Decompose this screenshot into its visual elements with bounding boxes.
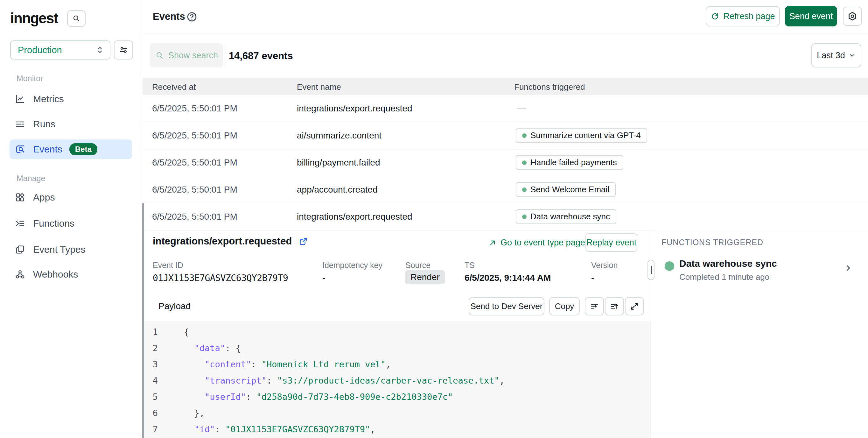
- show-search-label: Show search: [168, 51, 218, 60]
- code-line: 4 "transcript": "s3://product-ideas/carb…: [145, 373, 651, 389]
- sidebar-item-label: Runs: [33, 119, 55, 129]
- table-row[interactable]: 6/5/2025, 5:50:01 PMapp/account.createdS…: [143, 176, 868, 203]
- functions-triggered-panel: FUNCTIONS TRIGGERED Data warehouse sync …: [651, 230, 868, 438]
- sidebar-section-manage: Manage: [17, 174, 45, 183]
- row-received-at: 6/5/2025, 5:50:01 PM: [152, 212, 237, 222]
- sidebar-item-metrics[interactable]: Metrics: [9, 90, 132, 108]
- copy-label: Copy: [555, 301, 574, 311]
- expand-icon: [630, 301, 639, 311]
- no-function-dash: —: [517, 103, 526, 114]
- settings-button[interactable]: [843, 7, 862, 26]
- page-header: Events Refresh page Send event: [143, 0, 868, 33]
- apps-grid-icon: [14, 192, 26, 203]
- word-wrap-button[interactable]: [585, 297, 604, 316]
- line-number: 6: [145, 405, 158, 421]
- chevron-down-icon: [848, 52, 856, 59]
- sidebar-item-runs[interactable]: Runs: [9, 115, 132, 133]
- function-pill-label: Summarize content via GPT-4: [530, 130, 641, 140]
- version-value: -: [591, 273, 594, 283]
- idempotency-key-label: Idempotency key: [322, 261, 382, 270]
- sidebar-item-webhooks[interactable]: Webhooks: [9, 265, 132, 283]
- row-received-at: 6/5/2025, 5:50:01 PM: [152, 185, 237, 195]
- show-search-button[interactable]: Show search: [150, 43, 223, 67]
- events-toolbar: Show search 14,687 events Last 3d: [143, 33, 868, 78]
- row-event-name: ai/summarize.content: [297, 130, 381, 141]
- sidebar-item-label: Webhooks: [33, 269, 78, 280]
- function-pill-label: Data warehouse sync: [530, 212, 610, 222]
- global-search-button[interactable]: [67, 10, 86, 27]
- send-to-dev-server-button[interactable]: Send to Dev Server: [469, 297, 545, 316]
- event-detail-title: integrations/export.requested: [153, 236, 308, 247]
- event-meta: Event ID 01JX1153E7GASVZC63QY2B79T9 Idem…: [143, 261, 651, 296]
- table-row[interactable]: 6/5/2025, 5:50:01 PMai/summarize.content…: [143, 122, 868, 149]
- replay-event-label: Replay event: [586, 238, 637, 247]
- function-name: Data warehouse sync: [679, 258, 777, 269]
- status-dot: [522, 160, 527, 165]
- idempotency-key-value: -: [322, 273, 325, 283]
- external-link-icon[interactable]: [299, 236, 308, 246]
- line-number: 3: [145, 356, 158, 373]
- code-text: "data": {: [184, 340, 241, 356]
- function-pill[interactable]: Summarize content via GPT-4: [516, 128, 647, 143]
- send-event-label: Send event: [789, 11, 833, 21]
- arrow-up-right-icon: [488, 239, 497, 247]
- function-pill[interactable]: Data warehouse sync: [516, 209, 616, 224]
- code-line: 3 "content": "Homenick Ltd rerum vel",: [145, 356, 651, 373]
- status-dot: [522, 187, 527, 192]
- table-row[interactable]: 6/5/2025, 5:50:01 PMintegrations/export.…: [143, 95, 868, 122]
- send-to-dev-server-label: Send to Dev Server: [471, 301, 543, 311]
- code-text: "userId": "d258a90d-7d73-4eb8-909e-c2b21…: [184, 389, 453, 405]
- sidebar-item-label: Event Types: [33, 244, 86, 255]
- environment-value: Production: [18, 45, 95, 55]
- refresh-page-button[interactable]: Refresh page: [706, 6, 780, 26]
- copy-button[interactable]: Copy: [549, 297, 580, 316]
- code-text: "transcript": "s3://product-ideas/carber…: [184, 373, 505, 389]
- code-line: 5 "userId": "d258a90d-7d73-4eb8-909e-c2b…: [145, 389, 651, 405]
- source-label: Source: [405, 261, 431, 270]
- function-pill[interactable]: Send Welcome Email: [516, 182, 616, 197]
- sidebar-item-apps[interactable]: Apps: [9, 188, 132, 206]
- sidebar-item-functions[interactable]: Functions: [9, 214, 132, 232]
- payload-code-editor[interactable]: 1{2 "data": {3 "content": "Homenick Ltd …: [145, 321, 651, 438]
- payload-size-button[interactable]: [605, 297, 624, 316]
- webhooks-icon: [14, 269, 26, 280]
- line-number: 4: [145, 373, 158, 389]
- environment-filter-button[interactable]: [114, 40, 133, 60]
- page-title: Events: [153, 11, 185, 22]
- environment-select[interactable]: Production: [10, 40, 111, 60]
- function-pill[interactable]: Handle failed payments: [516, 155, 623, 170]
- column-received-at: Received at: [152, 82, 196, 92]
- time-range-value: Last 3d: [817, 51, 845, 60]
- sidebar-item-events[interactable]: Events Beta: [9, 139, 132, 159]
- refresh-label: Refresh page: [723, 11, 775, 21]
- sidebar-item-event-types[interactable]: Event Types: [9, 241, 132, 259]
- gear-icon: [847, 11, 858, 21]
- row-event-name: billing/payment.failed: [297, 157, 380, 168]
- function-run-item[interactable]: Data warehouse sync Completed 1 minute a…: [651, 258, 868, 289]
- vertical-scrollbar-thumb[interactable]: [142, 203, 144, 438]
- panel-resize-handle[interactable]: [648, 260, 654, 280]
- event-id-label: Event ID: [153, 261, 183, 270]
- replay-event-button[interactable]: Replay event: [585, 233, 637, 252]
- time-range-dropdown[interactable]: Last 3d: [811, 43, 861, 67]
- go-to-event-type-link[interactable]: Go to event type page: [488, 238, 585, 247]
- table-row[interactable]: 6/5/2025, 5:50:01 PMintegrations/export.…: [143, 203, 868, 230]
- table-row[interactable]: 6/5/2025, 5:50:01 PMbilling/payment.fail…: [143, 149, 868, 176]
- event-types-icon: [14, 244, 26, 255]
- line-number: 1: [145, 324, 158, 340]
- code-line: 2 "data": {: [145, 340, 651, 356]
- resize-grip: [651, 266, 652, 274]
- inngest-logo: inngest: [10, 9, 58, 27]
- sidebar-item-label: Functions: [33, 218, 74, 229]
- toolbar-divider: [225, 43, 225, 67]
- row-event-name: app/account.created: [297, 185, 378, 195]
- functions-icon: [14, 218, 26, 229]
- send-event-button[interactable]: Send event: [785, 6, 837, 26]
- expand-button[interactable]: [625, 297, 644, 316]
- code-line: 7 "id": "01JX1153E7GASVZC63QY2B79T9",: [145, 421, 651, 437]
- help-icon[interactable]: [186, 11, 197, 23]
- chevron-right-icon[interactable]: [843, 263, 853, 273]
- events-count: 14,687 events: [229, 50, 293, 62]
- main-content: Events Refresh page Send event: [143, 0, 868, 438]
- code-text: {: [184, 324, 189, 340]
